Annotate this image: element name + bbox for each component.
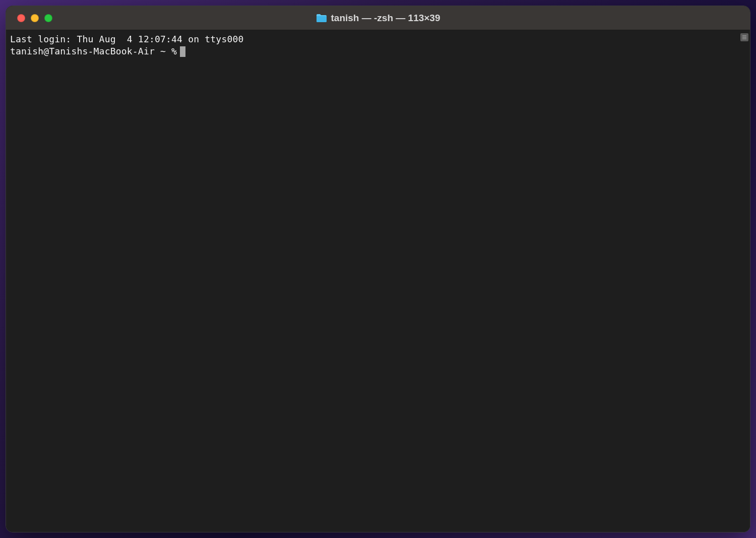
window-title: tanish — -zsh — 113×39 (331, 13, 440, 24)
terminal-body: Last login: Thu Aug 4 12:07:44 on ttys00… (6, 30, 750, 532)
cursor (180, 46, 185, 57)
traffic-lights (6, 14, 52, 22)
last-login-line: Last login: Thu Aug 4 12:07:44 on ttys00… (10, 34, 244, 44)
close-button[interactable] (17, 14, 25, 22)
folder-icon (316, 14, 327, 23)
scrollbar[interactable] (740, 30, 750, 532)
maximize-button[interactable] (44, 14, 52, 22)
minimize-button[interactable] (31, 14, 39, 22)
title-bar[interactable]: tanish — -zsh — 113×39 (6, 6, 750, 30)
shell-prompt: tanish@Tanishs-MacBook-Air ~ % (10, 45, 177, 57)
scroll-indicator-icon (740, 33, 748, 41)
terminal-window: tanish — -zsh — 113×39 Last login: Thu A… (6, 6, 750, 532)
window-title-container: tanish — -zsh — 113×39 (6, 13, 750, 24)
terminal-content[interactable]: Last login: Thu Aug 4 12:07:44 on ttys00… (6, 30, 740, 532)
